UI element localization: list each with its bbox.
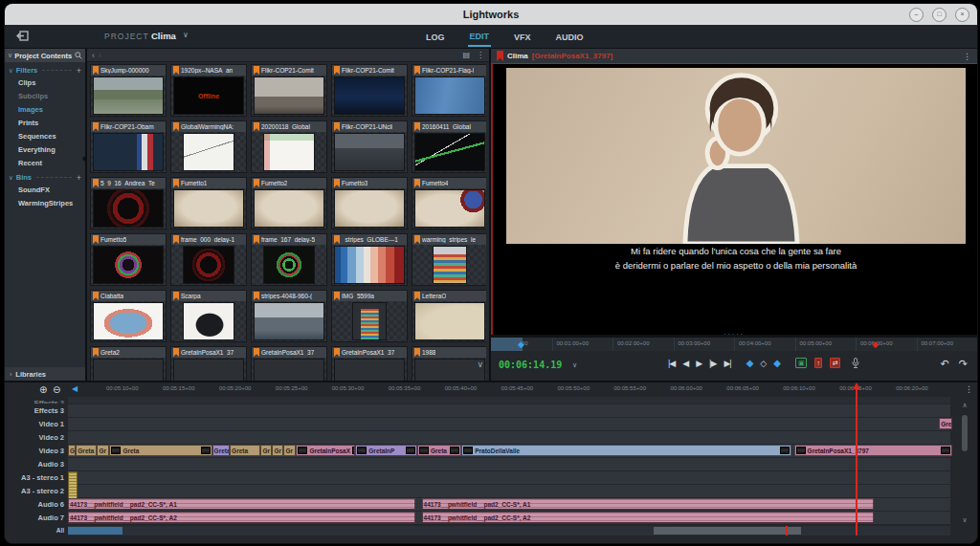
hscroll-thumb[interactable]	[654, 527, 801, 535]
media-tile[interactable]: Fumetto4	[412, 177, 486, 229]
in-point-marker[interactable]: ◆	[518, 339, 524, 350]
insert-edit-button[interactable]: ↑	[814, 358, 823, 368]
add-filter-button[interactable]: +	[77, 68, 81, 74]
step-back-button[interactable]: ◀	[682, 359, 688, 368]
media-tile[interactable]: SkyJump-000000	[90, 64, 167, 117]
timeline-clip[interactable]: Greta	[939, 418, 952, 429]
track-label[interactable]: Video 2	[5, 431, 68, 444]
track-label[interactable]: Effects 3	[5, 404, 68, 417]
media-tile[interactable]: Flikr-COP21-Comit	[331, 64, 408, 117]
timecode-chevron-icon[interactable]: ∨	[572, 361, 577, 369]
mark-in-button[interactable]: ◆	[746, 358, 753, 368]
media-tile[interactable]: Greta2	[90, 346, 167, 381]
skip-to-start-button[interactable]: |◀	[668, 359, 675, 368]
video-preview[interactable]: Mi fa ridere quando l'unica cosa che la …	[491, 64, 978, 335]
track-body[interactable]	[68, 458, 950, 470]
timeline-clip[interactable]: PratoDellaValle	[461, 445, 791, 456]
timecode-display[interactable]: 00:06:14.19	[499, 360, 562, 370]
media-tile[interactable]: Fumetto3	[331, 177, 408, 229]
timeline-clip[interactable]: Greta	[230, 445, 260, 456]
track-label[interactable]: Video 1	[5, 418, 68, 430]
libraries-section[interactable]: › Libraries	[5, 367, 85, 381]
media-tile[interactable]: IMG_5599a	[331, 290, 408, 342]
media-tile[interactable]: Ciabatta	[90, 290, 167, 342]
scroll-up-icon[interactable]: ∧	[960, 402, 969, 409]
media-tile[interactable]: 1920px--NASA_an Offline	[170, 64, 247, 117]
maximize-button[interactable]: □	[932, 8, 947, 22]
minimize-button[interactable]: –	[909, 8, 924, 22]
sync-button[interactable]: ▣	[795, 358, 807, 368]
timeline-clip[interactable]: Gr	[283, 445, 296, 456]
timeline-zoom-in-icon[interactable]: ⊕	[39, 384, 47, 395]
exit-project-icon[interactable]	[16, 31, 29, 41]
all-track-label[interactable]: All	[5, 526, 68, 535]
tile-view-icon[interactable]: ▤	[462, 51, 470, 59]
track-body[interactable]	[68, 431, 950, 444]
track-label[interactable]: Audio 6	[5, 498, 68, 511]
timeline-playhead[interactable]	[856, 384, 858, 535]
sidebar-filter-item[interactable]: Images	[5, 102, 85, 116]
timeline-clip[interactable]: Greta	[76, 445, 97, 456]
main-tab[interactable]: LOG	[424, 28, 447, 46]
timeline-clip[interactable]: Greta2	[212, 445, 230, 456]
media-tile[interactable]: Flikr-COP21-Flag-l	[412, 64, 486, 117]
a3-stereo-clip[interactable]	[68, 471, 78, 499]
media-tile[interactable]: GretaInPosaX1_37	[251, 346, 327, 381]
sidebar-filter-item[interactable]: Subclips	[5, 89, 85, 102]
mark-clear-button[interactable]: ◇	[760, 359, 766, 368]
main-tab[interactable]: EDIT	[468, 27, 492, 47]
timeline-clip[interactable]: Gr	[97, 445, 109, 456]
main-tab[interactable]: AUDIO	[554, 28, 586, 46]
sidebar-filter-item[interactable]: Sequences	[5, 129, 85, 142]
media-tile[interactable]: 20200118_Global_	[251, 120, 327, 173]
timeline-zoom-out-icon[interactable]: ⊖	[53, 384, 60, 395]
media-tile[interactable]: Fumetto5	[90, 233, 167, 286]
mark-out-button[interactable]: ◆	[773, 358, 780, 368]
media-tile[interactable]: frame_167_delay-5	[251, 233, 327, 286]
voiceover-mic-icon[interactable]	[852, 358, 859, 368]
track-body[interactable]	[68, 404, 950, 417]
timeline-clip[interactable]: G	[68, 445, 76, 456]
sidebar-filter-item[interactable]: Prints	[5, 116, 85, 129]
main-tab[interactable]: VFX	[512, 28, 533, 46]
vscroll-thumb[interactable]	[962, 415, 968, 451]
timeline-vscrollbar[interactable]: ∧ ∨	[960, 402, 969, 524]
timeline-clip[interactable]: Gr	[272, 445, 283, 456]
track-label[interactable]: Audio 3	[5, 458, 68, 470]
media-tile[interactable]: GretaInPosaX1_37	[170, 346, 247, 381]
grid-scroll-down-icon[interactable]: ∨	[477, 360, 483, 369]
track-label[interactable]: Effects 2	[5, 397, 68, 404]
audio-clip[interactable]: 44173__pwhitfield__pad2_CC-S*, A2	[422, 512, 874, 523]
media-tile[interactable]: frame_000_delay-1	[170, 233, 247, 286]
media-tile[interactable]: Fumetto1	[170, 177, 247, 229]
media-tile[interactable]: Fumetto2	[251, 177, 327, 229]
timeline-clip[interactable]: Greta	[109, 445, 212, 456]
track-body[interactable]	[68, 485, 950, 497]
track-label[interactable]: A3 - stereo 1	[5, 471, 68, 484]
media-tile[interactable]: 20160411_Global_	[412, 120, 486, 173]
viewer-playhead-marker[interactable]: ◆	[872, 339, 879, 350]
media-tile[interactable]: GlobalWarmingNA:	[170, 120, 247, 173]
project-name[interactable]: Clima	[151, 31, 176, 41]
tile-menu-icon[interactable]: ⋮	[477, 51, 484, 59]
sidebar-filter-item[interactable]: Everything	[5, 142, 85, 156]
timeline-menu-icon[interactable]: ⋮	[965, 384, 973, 394]
viewer-menu-icon[interactable]: ⋮	[963, 52, 971, 61]
bins-section-header[interactable]: ∨ Bins +	[5, 169, 85, 183]
scroll-down-icon[interactable]: ∨	[960, 516, 969, 524]
redo-button[interactable]: ↷	[959, 358, 968, 370]
timeline-clip[interactable]: Gr	[260, 445, 272, 456]
add-bin-button[interactable]: +	[77, 175, 81, 181]
timeline-clip[interactable]: Greta	[417, 445, 461, 456]
audio-clip[interactable]: 44173__pwhitfield__pad2_CC-S*, A2	[68, 512, 415, 523]
undo-button[interactable]: ↶	[941, 358, 949, 370]
close-button[interactable]: ×	[955, 8, 969, 22]
sidebar-bin-item[interactable]: WarmingStripes	[5, 196, 85, 209]
replace-edit-button[interactable]: ⇄	[830, 358, 840, 368]
track-label[interactable]: Audio 7	[5, 512, 68, 524]
nav-back-button[interactable]: ‹	[92, 51, 95, 60]
step-forward-button[interactable]: |▶	[709, 359, 716, 368]
project-chevron-icon[interactable]: ∨	[183, 31, 189, 39]
timeline-ruler[interactable]: 00:05:10+0000:05:15+0000:05:20+0000:05:2…	[68, 382, 952, 397]
timeline-clip[interactable]: GretaInPosaX	[296, 445, 355, 456]
